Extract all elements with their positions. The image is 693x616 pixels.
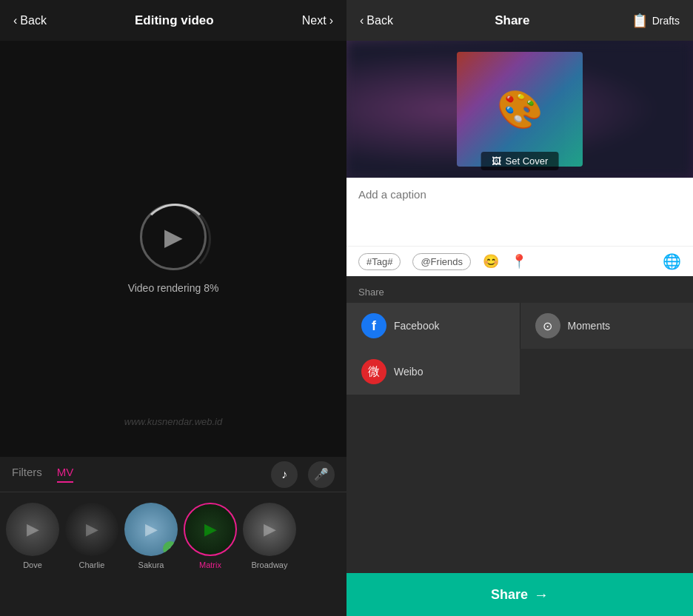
moments-label: Moments [568,320,611,332]
download-badge-sakura: ↓ [163,541,178,556]
tab-action-icons: ♪ 🎤 [271,461,335,488]
next-button[interactable]: Next › [302,14,333,27]
hashtag-button[interactable]: #Tag# [358,253,401,270]
tab-mv[interactable]: MV [57,466,74,483]
editing-title: Editing video [135,13,214,28]
filter-image-matrix: ▶ [185,504,235,555]
filter-thumb-dove: ▶ [6,503,59,556]
moments-share-option[interactable]: ⊙ Moments [520,303,694,349]
filter-thumb-broadway: ▶ [243,503,296,556]
filter-image-charlie: ▶ [65,503,118,556]
back-button-left[interactable]: ‹ Back [13,14,47,27]
filter-item-charlie[interactable]: ▶ Charlie [65,503,118,569]
right-header: ‹ Back Share 📋 Drafts [346,0,693,41]
cover-art-image: 🎨 [457,52,583,167]
facebook-share-option[interactable]: f Facebook [346,303,520,349]
filter-item-dove[interactable]: ▶ Dove [6,503,59,569]
left-panel: ‹ Back Editing video Next › ▶ Video rend… [0,0,346,616]
next-label: Next [302,14,327,27]
tab-filters[interactable]: Filters [12,466,42,483]
right-panel: ‹ Back Share 📋 Drafts 🎨 🖼 Set Cover #Tag… [346,0,693,616]
drafts-label: Drafts [652,15,680,27]
music-icon: ♪ [281,468,287,481]
caption-area [346,178,693,246]
filter-tab-bar: Filters MV ♪ 🎤 [0,457,346,492]
at-friends-button[interactable]: @Friends [412,253,471,270]
moments-icon: ⊙ [535,313,560,338]
music-button[interactable]: ♪ [271,461,298,488]
rendering-status-text: Video rendering 8% [128,282,219,294]
filter-thumb-charlie: ▶ [65,503,118,556]
location-button[interactable]: 📍 [511,253,527,270]
filter-list: ▶ Dove ▶ Charlie ▶ [0,492,346,577]
filter-image-broadway: ▶ [243,503,296,556]
emoji-button[interactable]: 😊 [483,253,499,270]
filter-item-sakura[interactable]: ▶ ↓ Sakura [124,503,178,569]
set-cover-button[interactable]: 🖼 Set Cover [481,152,559,170]
filter-thumb-sakura: ▶ ↓ [124,503,178,556]
filter-name-charlie: Charlie [79,560,105,569]
filter-name-matrix: Matrix [199,560,221,569]
back-label-right: Back [366,14,393,27]
filter-item-broadway[interactable]: ▶ Broadway [243,503,296,569]
rendering-spinner: ▶ [140,204,207,270]
drafts-button[interactable]: 📋 Drafts [632,13,680,29]
filter-name-sakura: Sakura [138,560,164,569]
cover-thumbnail: 🎨 [457,52,583,167]
filter-thumb-matrix: ▶ [184,503,237,556]
back-label-left: Back [20,14,47,27]
cover-area: 🎨 🖼 Set Cover [346,41,693,178]
caption-input[interactable] [358,188,681,232]
spacer [346,395,693,573]
share-button-container[interactable]: Share → [346,573,693,616]
drafts-icon: 📋 [632,13,648,29]
share-section-header: Share [346,276,693,303]
filter-name-broadway: Broadway [252,560,288,569]
filter-image-dove: ▶ [6,503,59,556]
share-button-arrow: → [534,586,549,603]
tab-group: Filters MV [12,466,73,483]
filter-item-matrix[interactable]: ▶ Matrix [184,503,237,569]
share-row-2: 微 Weibo [346,349,693,395]
video-rendering-area: ▶ Video rendering 8% www.kusnendar.web.i… [0,41,346,457]
filter-section: Filters MV ♪ 🎤 ▶ Dove [0,457,346,616]
mic-button[interactable]: 🎤 [308,461,335,488]
share-title: Share [495,13,529,28]
next-chevron-icon: › [329,14,333,27]
weibo-icon: 微 [361,359,386,384]
back-button-right[interactable]: ‹ Back [360,14,393,27]
share-section-label: Share [358,287,384,298]
mic-icon: 🎤 [314,467,329,481]
weibo-label: Weibo [394,366,423,378]
share-button-label: Share [491,587,528,603]
set-cover-icon: 🖼 [492,155,501,167]
back-chevron-left: ‹ [13,14,17,27]
facebook-icon: f [361,313,386,338]
facebook-label: Facebook [394,320,439,332]
set-cover-label: Set Cover [506,155,549,167]
globe-button[interactable]: 🌐 [663,252,681,270]
caption-toolbar: #Tag# @Friends 😊 📍 🌐 [346,246,693,276]
watermark-text: www.kusnendar.web.id [124,416,222,427]
weibo-share-option[interactable]: 微 Weibo [346,349,520,395]
back-chevron-right: ‹ [360,14,364,27]
share-row-1: f Facebook ⊙ Moments [346,303,693,349]
filter-name-dove: Dove [23,560,42,569]
left-header: ‹ Back Editing video Next › [0,0,346,41]
video-play-icon: ▶ [164,223,183,251]
